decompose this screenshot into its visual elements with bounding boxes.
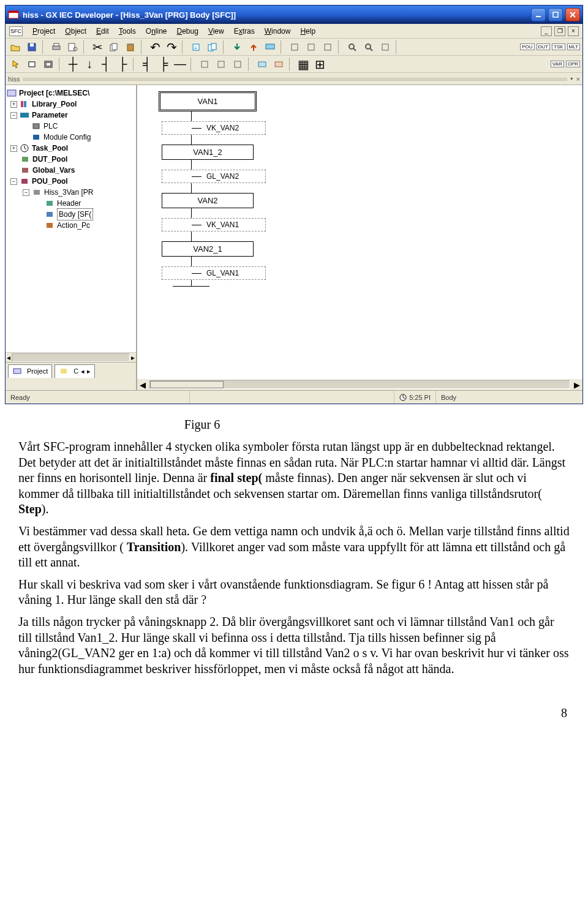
tree-root[interactable]: Project [c:\MELSEC\ bbox=[7, 88, 135, 99]
save-icon[interactable] bbox=[24, 40, 39, 54]
tab-scroll-left-icon[interactable]: ◂ bbox=[81, 367, 85, 375]
tree-hscroll[interactable]: ◂ ▸ bbox=[6, 352, 136, 362]
expand-icon[interactable]: + bbox=[10, 145, 17, 152]
tree-node-dut-pool[interactable]: DUT_Pool bbox=[7, 154, 135, 165]
snap-icon[interactable]: ⊞ bbox=[312, 58, 327, 71]
action-icon[interactable] bbox=[255, 58, 270, 71]
macro-icon[interactable] bbox=[271, 58, 286, 71]
step-icon[interactable] bbox=[24, 58, 39, 71]
tool-extra-2-icon[interactable] bbox=[304, 40, 318, 54]
clock-icon bbox=[399, 394, 407, 401]
scroll-thumb[interactable] bbox=[150, 381, 224, 388]
initial-step-icon[interactable] bbox=[41, 58, 56, 71]
zoom-in-icon[interactable] bbox=[214, 58, 228, 71]
expand-icon[interactable]: + bbox=[10, 101, 17, 108]
zoom-fit-icon[interactable] bbox=[197, 58, 212, 71]
left-branch-icon[interactable]: ┤ bbox=[99, 58, 113, 71]
mdi-close-button[interactable]: × bbox=[568, 26, 579, 36]
tab-scroll-right-icon[interactable]: ▸ bbox=[87, 367, 91, 375]
sfc-step[interactable]: VAN2 bbox=[162, 193, 254, 208]
parallel-right-icon[interactable]: ╞ bbox=[156, 58, 171, 71]
sfc-editor[interactable]: VAN1 VK_VAN2 VAN1_2 GL_VAN2 VAN2 VK_VAN1… bbox=[137, 85, 582, 379]
tool-extra-3-icon[interactable] bbox=[320, 40, 335, 54]
menu-debug[interactable]: Debug bbox=[172, 26, 203, 37]
menu-edit[interactable]: Edit bbox=[91, 26, 114, 37]
sfc-step[interactable]: VAN1_2 bbox=[162, 145, 254, 160]
replace-icon[interactable] bbox=[361, 40, 376, 54]
collapse-icon[interactable]: − bbox=[10, 112, 17, 119]
tree-node-task-pool[interactable]: + Task_Pool bbox=[7, 143, 135, 154]
print-preview-icon[interactable] bbox=[66, 40, 80, 54]
tool-extra-1-icon[interactable] bbox=[287, 40, 302, 54]
monitor-icon[interactable] bbox=[263, 40, 277, 54]
right-branch-icon[interactable]: ├ bbox=[115, 58, 130, 71]
parallel-left-icon[interactable]: ╡ bbox=[140, 58, 154, 71]
collapse-icon[interactable]: − bbox=[23, 189, 29, 196]
redo-icon[interactable]: ↷ bbox=[164, 40, 179, 54]
find-icon[interactable] bbox=[345, 40, 360, 54]
scroll-right-icon[interactable]: ▸ bbox=[131, 353, 135, 362]
menu-project[interactable]: Project bbox=[28, 26, 60, 37]
app-icon bbox=[8, 9, 19, 20]
tree-node-header[interactable]: Header bbox=[7, 198, 135, 209]
transition-icon[interactable]: ┼ bbox=[66, 58, 80, 71]
tree-node-global-vars[interactable]: Global_Vars bbox=[7, 165, 135, 176]
pointer-icon[interactable] bbox=[8, 58, 23, 71]
minimize-button[interactable] bbox=[531, 8, 546, 21]
sfc-transition[interactable]: GL_VAN1 bbox=[162, 266, 266, 280]
collapse-icon[interactable]: − bbox=[10, 178, 17, 185]
sfc-transition[interactable]: VK_VAN1 bbox=[162, 218, 266, 231]
undo-icon[interactable]: ↶ bbox=[148, 40, 162, 54]
project-tree[interactable]: Project [c:\MELSEC\ + Library_Pool − Par… bbox=[6, 85, 136, 352]
scroll-left-icon[interactable]: ◂ bbox=[137, 377, 148, 392]
svg-rect-34 bbox=[258, 62, 266, 67]
pane-close-button[interactable]: × bbox=[576, 75, 580, 83]
scroll-track[interactable] bbox=[12, 353, 130, 362]
cut-icon[interactable]: ✂ bbox=[90, 40, 105, 54]
xref-icon[interactable] bbox=[378, 40, 393, 54]
scroll-track[interactable] bbox=[149, 380, 570, 389]
sfc-step[interactable]: VAN2_1 bbox=[162, 241, 254, 257]
jump-icon[interactable]: ↓ bbox=[82, 58, 97, 71]
tree-node-hiss3van[interactable]: − Hiss_3Van [PR bbox=[7, 187, 135, 198]
maximize-button[interactable] bbox=[548, 8, 563, 21]
menu-window[interactable]: Window bbox=[260, 26, 296, 37]
scroll-left-icon[interactable]: ◂ bbox=[7, 353, 10, 362]
pane-dropdown-icon[interactable]: ▾ bbox=[570, 75, 574, 83]
tab-calltree[interactable]: C ◂ ▸ bbox=[55, 364, 95, 378]
sfc-transition[interactable]: GL_VAN2 bbox=[162, 170, 266, 183]
menu-object[interactable]: Object bbox=[60, 26, 91, 37]
scroll-right-icon[interactable]: ▸ bbox=[571, 377, 582, 392]
sfc-transition[interactable]: VK_VAN2 bbox=[162, 121, 266, 135]
tree-node-library-pool[interactable]: + Library_Pool bbox=[7, 99, 135, 110]
tree-node-module-config[interactable]: Module Config bbox=[7, 132, 135, 143]
tree-node-action-pool[interactable]: Action_Pc bbox=[7, 220, 135, 231]
grid-icon[interactable]: ▦ bbox=[296, 58, 311, 71]
mdi-minimize-button[interactable]: _ bbox=[541, 26, 552, 36]
sfc-initial-step[interactable]: VAN1 bbox=[159, 91, 257, 111]
tree-node-plc[interactable]: PLC bbox=[7, 121, 135, 132]
separator bbox=[59, 58, 62, 71]
tree-node-parameter[interactable]: − Parameter bbox=[7, 110, 135, 121]
compile-icon[interactable]: ≡ bbox=[189, 40, 203, 54]
download-icon[interactable] bbox=[230, 40, 244, 54]
zoom-out-icon[interactable] bbox=[230, 58, 245, 71]
mdi-restore-button[interactable]: ❐ bbox=[554, 26, 565, 36]
open-icon[interactable] bbox=[8, 40, 23, 54]
tree-node-body[interactable]: Body [SF( bbox=[7, 209, 135, 220]
close-button[interactable] bbox=[565, 8, 580, 21]
paste-icon[interactable] bbox=[123, 40, 138, 54]
editor-hscroll[interactable]: ◂ ▸ bbox=[6, 379, 582, 390]
compile-all-icon[interactable] bbox=[205, 40, 220, 54]
tab-project[interactable]: Project bbox=[8, 364, 52, 378]
menu-online[interactable]: Online bbox=[141, 26, 172, 37]
print-icon[interactable] bbox=[49, 40, 64, 54]
menu-extras[interactable]: Extras bbox=[229, 26, 260, 37]
line-icon[interactable]: — bbox=[173, 58, 187, 71]
tree-node-pou-pool[interactable]: − POU_Pool bbox=[7, 176, 135, 187]
copy-icon[interactable] bbox=[107, 40, 121, 54]
menu-view[interactable]: View bbox=[203, 26, 229, 37]
upload-icon[interactable] bbox=[246, 40, 261, 54]
menu-help[interactable]: Help bbox=[295, 26, 320, 37]
menu-tools[interactable]: Tools bbox=[114, 26, 141, 37]
